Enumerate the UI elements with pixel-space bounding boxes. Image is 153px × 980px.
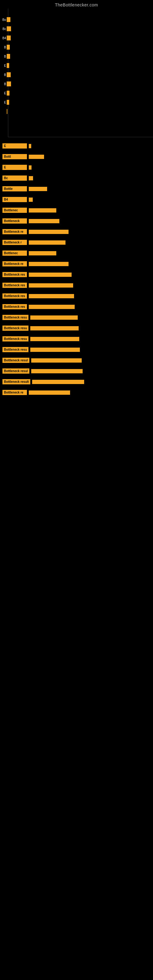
- chart-bar-fill-8: [7, 91, 10, 95]
- result-label-3: Bc: [2, 175, 27, 181]
- result-label-6: Bottlenec: [2, 208, 27, 213]
- result-row-9: Bottleneck r: [2, 240, 151, 245]
- x-axis: [8, 137, 153, 137]
- chart-bar-2: B4: [1, 35, 142, 40]
- result-label-10: Bottlenec: [2, 250, 27, 256]
- result-label-0: E: [2, 143, 27, 148]
- result-row-13: Bottleneck res: [2, 283, 151, 288]
- chart-bar-label-4: B: [1, 55, 7, 58]
- result-row-16: Bottleneck resu: [2, 315, 151, 320]
- chart-bar-0: Bo: [1, 17, 142, 22]
- result-label-20: Bottleneck resul: [2, 358, 29, 363]
- chart-bar-3: B: [1, 45, 142, 49]
- result-row-19: Bottleneck resu: [2, 347, 151, 352]
- result-label-17: Bottleneck resu: [2, 326, 29, 331]
- result-row-18: Bottleneck resu: [2, 336, 151, 342]
- chart-bar-label-8: E: [1, 92, 7, 95]
- chart-bar-1: Bc: [1, 26, 142, 31]
- result-label-14: Bottleneck res: [2, 293, 27, 299]
- result-label-5: B4: [2, 197, 27, 202]
- result-row-0: E: [2, 143, 151, 148]
- result-row-11: Bottleneck re: [2, 261, 151, 266]
- chart-bar-10: [1, 109, 142, 114]
- result-row-22: Bottleneck result: [2, 379, 151, 384]
- result-bar-10: [29, 251, 56, 255]
- chart-area: BoBcB4BBEBBEE: [0, 9, 153, 137]
- result-row-20: Bottleneck resul: [2, 358, 151, 363]
- chart-bar-label-2: B4: [1, 37, 7, 40]
- chart-bar-label-7: B: [1, 83, 7, 86]
- chart-bar-5: E: [1, 63, 142, 68]
- chart-bar-label-6: B: [1, 73, 7, 76]
- result-label-13: Bottleneck res: [2, 283, 27, 288]
- chart-bar-label-3: B: [1, 46, 7, 49]
- result-bar-3: [29, 176, 33, 180]
- result-row-12: Bottleneck res: [2, 272, 151, 277]
- result-label-11: Bottleneck re: [2, 261, 27, 266]
- chart-bar-4: B: [1, 54, 142, 59]
- result-row-10: Bottlenec: [2, 250, 151, 256]
- result-bar-12: [29, 272, 72, 277]
- result-bar-16: [30, 315, 78, 320]
- results-section: EBottlEBcBottleB4BottlenecBottleneckBott…: [0, 143, 153, 395]
- result-label-7: Bottleneck: [2, 218, 27, 224]
- result-bar-19: [30, 348, 80, 352]
- result-label-16: Bottleneck resu: [2, 315, 29, 320]
- result-row-7: Bottleneck: [2, 218, 151, 224]
- result-row-4: Bottle: [2, 186, 151, 191]
- result-bar-14: [29, 294, 74, 298]
- result-row-8: Bottleneck re: [2, 229, 151, 234]
- result-bar-0: [29, 144, 31, 148]
- result-bar-4: [29, 187, 47, 191]
- chart-bar-label-5: E: [1, 64, 7, 67]
- result-row-1: Bottl: [2, 154, 151, 159]
- result-bar-23: [29, 390, 70, 395]
- chart-bar-fill-7: [7, 81, 11, 86]
- site-title: TheBottlenecker.com: [0, 0, 153, 9]
- result-bar-11: [29, 262, 69, 266]
- result-label-9: Bottleneck r: [2, 240, 27, 245]
- chart-bar-6: B: [1, 72, 142, 77]
- result-bar-22: [32, 380, 84, 384]
- result-label-15: Bottleneck res: [2, 304, 27, 309]
- result-row-2: E: [2, 165, 151, 170]
- chart-bar-7: B: [1, 81, 142, 86]
- chart-bar-fill-0: [7, 17, 10, 22]
- result-bar-1: [29, 155, 44, 159]
- result-bar-8: [29, 230, 69, 234]
- result-bar-15: [29, 305, 75, 309]
- chart-bar-label-1: Bc: [1, 27, 7, 30]
- result-bar-6: [29, 208, 56, 213]
- result-row-14: Bottleneck res: [2, 293, 151, 299]
- chart-bar-8: E: [1, 91, 142, 95]
- result-row-6: Bottlenec: [2, 208, 151, 213]
- chart-bar-fill-6: [7, 72, 11, 77]
- result-label-19: Bottleneck resu: [2, 347, 29, 352]
- result-bar-2: [29, 165, 32, 170]
- result-bar-7: [29, 219, 59, 223]
- result-bar-17: [30, 326, 79, 331]
- result-row-23: Bottleneck re: [2, 390, 151, 395]
- result-bar-21: [31, 369, 83, 373]
- chart-bar-fill-10: [7, 109, 7, 114]
- chart-bar-label-9: E: [1, 101, 7, 104]
- result-row-17: Bottleneck resu: [2, 326, 151, 331]
- results-list: EBottlEBcBottleB4BottlenecBottleneckBott…: [2, 143, 151, 395]
- result-label-2: E: [2, 165, 27, 170]
- result-row-5: B4: [2, 197, 151, 202]
- chart-bar-9: E: [1, 100, 142, 105]
- result-label-22: Bottleneck result: [2, 379, 30, 384]
- result-label-23: Bottleneck re: [2, 390, 27, 395]
- result-row-3: Bc: [2, 175, 151, 181]
- result-label-21: Bottleneck resul: [2, 368, 29, 374]
- result-row-15: Bottleneck res: [2, 304, 151, 309]
- result-bar-13: [29, 283, 73, 288]
- result-bar-9: [29, 240, 65, 245]
- result-label-1: Bottl: [2, 154, 27, 159]
- result-bar-5: [29, 197, 33, 202]
- chart-bar-label-0: Bo: [1, 18, 7, 21]
- result-label-8: Bottleneck re: [2, 229, 27, 234]
- chart-bar-fill-1: [7, 26, 11, 31]
- result-label-18: Bottleneck resu: [2, 336, 29, 342]
- chart-bar-fill-2: [7, 35, 11, 40]
